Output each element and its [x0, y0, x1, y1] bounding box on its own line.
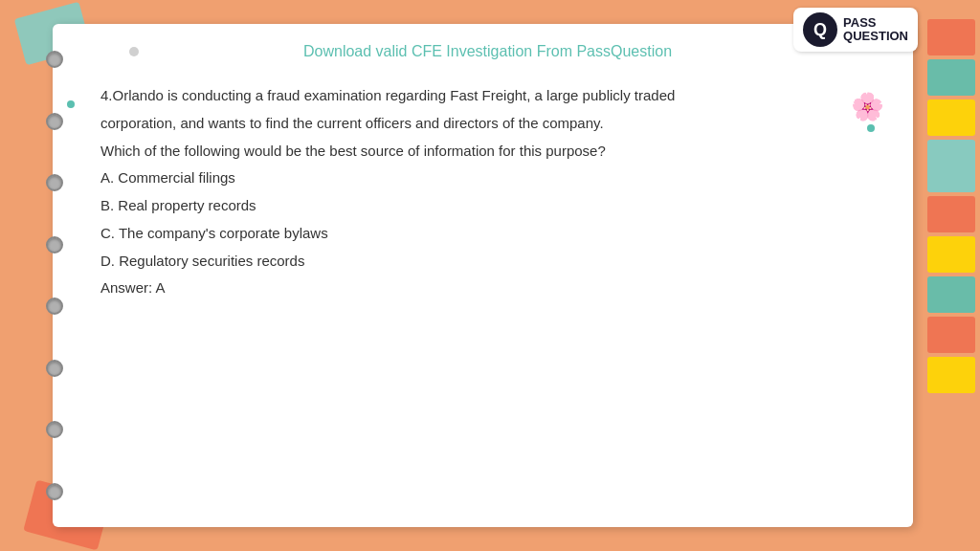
sticky-8	[927, 317, 975, 353]
logo-q-icon: Q	[803, 12, 837, 47]
question-line1: 4.Orlando is conducting a fraud examinat…	[100, 84, 875, 108]
sunflower-decoration: 🌸	[851, 91, 884, 122]
option-a: A. Commercial filings	[100, 166, 875, 190]
binder-hole-7	[46, 421, 63, 438]
option-d: D. Regulatory securities records	[100, 250, 875, 274]
dot-decoration-left	[67, 100, 75, 108]
header-area: Download valid CFE Investigation From Pa…	[100, 43, 875, 60]
sticky-6	[927, 236, 975, 273]
binder-hole-8	[46, 483, 63, 500]
option-c: C. The company's corporate bylaws	[100, 222, 875, 246]
question-line2: corporation, and wants to find the curre…	[100, 112, 875, 136]
binder-hole-2	[46, 113, 63, 130]
right-decoration	[923, 0, 980, 551]
question-line3: Which of the following would be the best…	[100, 140, 875, 164]
option-b: B. Real property records	[100, 194, 875, 218]
binder-hole-3	[46, 174, 63, 191]
binder-hole-6	[46, 360, 63, 377]
answer: Answer: A	[100, 276, 875, 300]
sticky-1	[927, 19, 975, 55]
notebook-paper: Download valid CFE Investigation From Pa…	[53, 24, 913, 527]
sticky-4	[927, 140, 975, 192]
logo-text-block: PASS QUESTION	[843, 16, 908, 44]
passquestion-logo: Q PASS QUESTION	[793, 8, 918, 52]
logo-question-text: QUESTION	[843, 30, 908, 43]
binder-hole-5	[46, 298, 63, 315]
header-title: Download valid CFE Investigation From Pa…	[303, 43, 672, 60]
sticky-9	[927, 357, 975, 393]
sticky-3	[927, 99, 975, 136]
sticky-5	[927, 196, 975, 232]
binder-holes	[46, 0, 63, 551]
logo-pass-text: PASS	[843, 16, 908, 30]
binder-hole-4	[46, 236, 63, 253]
dot-decoration-right	[867, 124, 875, 132]
sticky-2	[927, 59, 975, 96]
question-content: 4.Orlando is conducting a fraud examinat…	[100, 84, 875, 300]
header-bullet	[129, 47, 139, 56]
sticky-7	[927, 276, 975, 313]
binder-hole-1	[46, 51, 63, 68]
